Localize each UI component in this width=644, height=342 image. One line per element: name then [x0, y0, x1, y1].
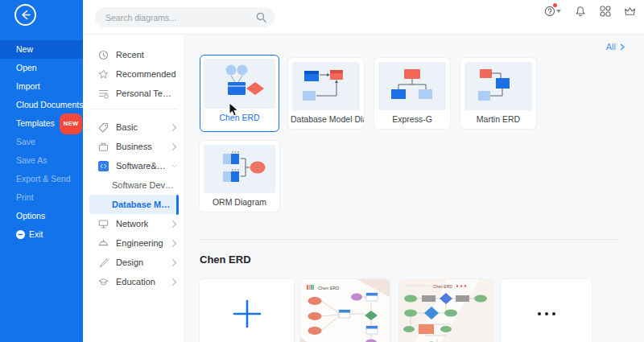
premium-icon[interactable]: [624, 5, 636, 17]
apps-icon[interactable]: [599, 5, 611, 17]
briefcase-icon: [98, 142, 109, 152]
template-name: Chen ERD: [200, 113, 279, 122]
exit-icon: [16, 230, 25, 239]
template-card-chen-erd[interactable]: Chen ERD: [200, 55, 279, 132]
menu-item-cloud-documents[interactable]: Cloud Documents: [0, 96, 83, 114]
chevron-right-icon: [171, 220, 177, 229]
arrow-left-icon: [20, 10, 31, 20]
template-card-express-g[interactable]: Express-G: [374, 58, 450, 129]
clock-icon: [98, 50, 109, 60]
menu-label: Print: [16, 188, 34, 207]
database-model-diagram-icon: [296, 66, 356, 106]
category-network[interactable]: Network: [83, 214, 184, 233]
category-recommended[interactable]: Recommended: [83, 64, 184, 84]
menu-label: Import: [16, 77, 40, 96]
express-g-diagram-icon: [382, 66, 442, 106]
notifications-icon[interactable]: [574, 5, 586, 17]
menu-item-export-send[interactable]: Export & Send: [0, 170, 83, 188]
category-label: Education: [116, 277, 168, 286]
chen-erd-diagram-icon: [210, 64, 270, 104]
chevron-right-icon: [171, 142, 177, 151]
example-thumbnail-2[interactable]: Chen ERD: [399, 279, 493, 342]
search-box[interactable]: [95, 7, 275, 27]
template-name: ORM Diagram: [200, 197, 279, 207]
menu-item-open[interactable]: Open: [0, 59, 83, 77]
bell-icon: [575, 5, 586, 17]
back-button[interactable]: [14, 4, 36, 26]
orm-diagram-icon: [210, 149, 270, 189]
example-thumbnail-1[interactable]: Chen ERD: [300, 279, 390, 342]
apps-grid-icon: [600, 6, 611, 17]
menu-item-save[interactable]: Save: [0, 133, 83, 151]
category-label: Database Modeling: [112, 200, 171, 209]
software-tile-icon: [98, 161, 109, 171]
template-thumbnail: [378, 62, 446, 110]
menu-item-import[interactable]: Import: [0, 77, 83, 96]
panel-scrollbar-thumb[interactable]: [176, 195, 179, 215]
category-database-modeling[interactable]: Database Modeling: [89, 195, 178, 214]
category-label: Basic: [116, 122, 168, 132]
chevron-right-icon: [171, 123, 177, 132]
menu-label: Templates: [16, 114, 55, 133]
category-personal-templates[interactable]: Personal Templates: [83, 84, 184, 103]
category-list: Recent Recommended Personal Templates Ba…: [83, 45, 184, 291]
category-label: Business: [116, 142, 168, 151]
menu-item-options[interactable]: Options: [0, 207, 83, 225]
graduation-cap-icon: [98, 277, 109, 287]
template-name: Martin ERD: [460, 114, 536, 124]
help-icon[interactable]: [543, 5, 555, 17]
notification-dot: [553, 3, 557, 7]
preview-title: Chen ERD: [433, 284, 452, 289]
caret-down-icon: [556, 10, 561, 13]
new-blank-document-card[interactable]: [200, 279, 294, 342]
pencil-icon: [98, 258, 109, 268]
category-label: Network: [116, 219, 168, 229]
template-card-orm-diagram[interactable]: ORM Diagram: [200, 141, 279, 212]
monitor-icon: [98, 219, 109, 229]
category-label: Engineering: [116, 238, 168, 248]
category-panel: Recent Recommended Personal Templates Ba…: [83, 35, 184, 342]
file-sidebar: New Open Import Cloud Documents Template…: [0, 0, 83, 342]
category-divider: [89, 109, 177, 109]
menu-item-new[interactable]: New: [0, 40, 83, 59]
category-software-data[interactable]: Software&Dat...: [83, 156, 184, 175]
template-card-martin-erd[interactable]: Martin ERD: [460, 58, 536, 129]
menu-label: New: [16, 40, 33, 59]
tag-icon: [98, 122, 109, 133]
category-business[interactable]: Business: [83, 137, 184, 156]
menu-item-save-as[interactable]: Save As: [0, 151, 83, 170]
plus-wrap: [200, 279, 294, 342]
search-icon: [256, 12, 266, 23]
category-education[interactable]: Education: [83, 272, 184, 291]
category-label: Software&Dat...: [116, 161, 168, 171]
new-badge: NEW: [60, 113, 82, 134]
more-templates-card[interactable]: [501, 279, 592, 342]
top-right-icons: [543, 5, 636, 17]
chevron-down-icon: [171, 163, 177, 169]
category-recent[interactable]: Recent: [83, 45, 184, 64]
menu-item-print[interactable]: Print: [0, 188, 83, 207]
hard-hat-icon: [98, 238, 109, 249]
category-basic[interactable]: Basic: [83, 117, 184, 137]
menu-item-exit[interactable]: Exit: [0, 225, 83, 244]
template-card-database-model[interactable]: Database Model Diag...: [288, 58, 364, 129]
martin-erd-diagram-icon: [469, 66, 528, 106]
template-thumbnail: [292, 62, 360, 110]
category-label: Recommended: [116, 69, 177, 79]
category-design[interactable]: Design: [83, 253, 184, 272]
category-label: Recent: [116, 50, 177, 60]
category-label: Personal Templates: [116, 89, 177, 98]
all-link[interactable]: All: [606, 42, 625, 52]
search-input[interactable]: [95, 13, 256, 23]
category-label: Software Developm...: [112, 180, 177, 190]
all-label: All: [606, 42, 616, 52]
template-thumbnail: [464, 62, 532, 110]
menu-label: Export & Send: [16, 170, 71, 188]
chevron-right-icon: [171, 278, 177, 286]
template-thumbnail: [204, 145, 275, 193]
category-engineering[interactable]: Engineering: [83, 233, 184, 253]
menu-item-templates[interactable]: Templates NEW: [0, 114, 83, 133]
category-software-development[interactable]: Software Developm...: [83, 175, 184, 195]
preview-title: Chen ERD: [318, 286, 339, 290]
chevron-right-icon: [171, 239, 177, 248]
